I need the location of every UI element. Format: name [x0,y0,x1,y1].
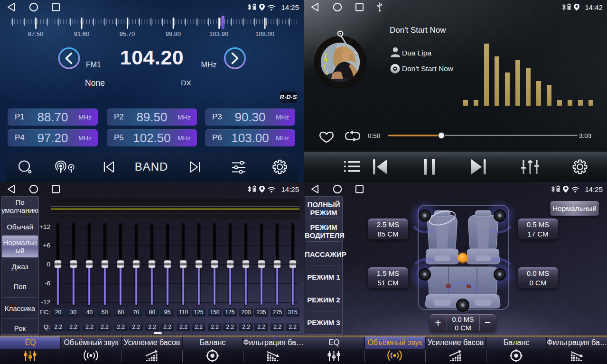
svg-text:14:25: 14:25 [281,3,299,11]
svg-text:BAND: BAND [135,160,168,173]
svg-text:14:25: 14:25 [281,185,299,193]
svg-text:14:25: 14:25 [585,185,603,193]
svg-text:14:42: 14:42 [585,3,603,11]
